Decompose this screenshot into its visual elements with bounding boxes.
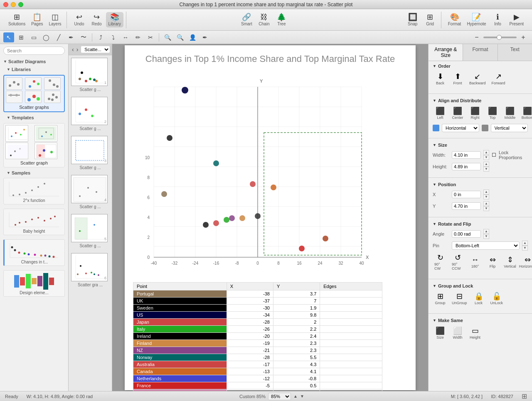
zoom-stepper-down[interactable]: ▼ [300, 394, 304, 399]
align-center-button[interactable]: ⬛ Center [450, 106, 465, 121]
forward-button[interactable]: ↗ Forward [490, 71, 507, 87]
thumbnail-item[interactable]: 3 Scatter g ... [69, 133, 112, 172]
search-tool[interactable]: 🔍 [162, 32, 173, 42]
chain-button[interactable]: ⛓ Chain [256, 12, 272, 27]
line-tool[interactable]: ╱ [53, 32, 64, 42]
zoom-select[interactable]: 85% 100% 150% [268, 393, 291, 400]
same-width-button[interactable]: ⬜ Width [450, 325, 465, 341]
rotate-90ccw-button[interactable]: ↺ 90° CCW [450, 252, 465, 272]
sidebar-item-changes-sample[interactable]: Changes in t... [0, 238, 68, 267]
backward-button[interactable]: ↙ Backward [468, 71, 488, 87]
lock-button[interactable]: 🔒 Lock [471, 291, 486, 307]
rotate-90cw-button[interactable]: ↻ 90° CW [433, 252, 448, 272]
group-button[interactable]: ⊞ Group [433, 291, 448, 307]
ungroup-button[interactable]: ⊟ UnGroup [450, 291, 469, 307]
x-input[interactable] [452, 191, 481, 198]
align-top-button[interactable]: ⬛ Top [485, 106, 500, 121]
order-header[interactable]: ▼ Order [433, 64, 528, 69]
lock-proportions-checkbox[interactable]: ☐ [492, 152, 496, 158]
maximize-button[interactable] [18, 2, 23, 7]
same-height-button[interactable]: ▭ Height [468, 325, 483, 341]
zoom-in-btn[interactable]: + [518, 32, 529, 42]
smart-button[interactable]: 🔗 Smart [238, 12, 255, 27]
scroll-icon[interactable]: ⊞ [522, 392, 527, 400]
thumbnail-item[interactable]: 5 Scatter g ... [69, 212, 112, 251]
undo-button[interactable]: ↩ Undo [71, 12, 88, 27]
flip-vertical-button[interactable]: ⇕ Vertical [502, 254, 517, 270]
pages-button[interactable]: 📋 Pages [29, 12, 45, 27]
format-button[interactable]: 🎨 Format [446, 12, 464, 27]
y-up[interactable]: ▲ [483, 201, 489, 206]
thumb-prev-btn[interactable]: ‹ [71, 46, 75, 53]
thumbnail-item[interactable]: 2 Scatter g ... [69, 94, 112, 133]
redo-button[interactable]: ↪ Redo [89, 12, 105, 27]
pen-tool[interactable]: ✒ [66, 32, 76, 42]
edit-tool[interactable]: ✏ [133, 32, 143, 42]
width-up[interactable]: ▲ [483, 150, 489, 155]
front-button[interactable]: ⬆ Front [450, 71, 465, 87]
hypernote-button[interactable]: 📝 Hypernote [464, 12, 488, 27]
angle-up[interactable]: ▲ [483, 229, 489, 234]
ellipse-tool[interactable]: ◯ [41, 32, 52, 42]
x-up[interactable]: ▲ [483, 189, 489, 194]
eyedrop-tool[interactable]: ✒ [200, 32, 210, 42]
tab-format[interactable]: Format [463, 44, 498, 61]
size-header[interactable]: ▼ Size [433, 143, 528, 148]
width-down[interactable]: ▼ [483, 155, 489, 160]
person-tool[interactable]: 👤 [187, 32, 198, 42]
y-stepper[interactable]: ▲ ▼ [483, 201, 489, 211]
sidebar-item-baby-height[interactable]: Baby height [0, 207, 68, 236]
tab-text[interactable]: Text [498, 44, 532, 61]
make-same-header[interactable]: ▼ Make Same [433, 318, 528, 323]
align-middle-button[interactable]: ⬛ Middle [502, 106, 517, 121]
x-down[interactable]: ▼ [483, 194, 489, 199]
align-bottom-button[interactable]: ⬛ Bottom [520, 106, 532, 121]
flip-button[interactable]: ⇔ Flip [485, 254, 500, 270]
zoom-stepper-up[interactable]: ▲ [293, 394, 298, 399]
thumb-next-btn[interactable]: › [76, 46, 79, 53]
zoom-in-tool[interactable]: 🔍 [175, 32, 185, 42]
angle-stepper[interactable]: ▲ ▼ [483, 229, 489, 239]
scissors-tool[interactable]: ✂ [145, 32, 156, 42]
canvas-area[interactable]: Changes in Top 1% Income Share and Top M… [112, 44, 428, 391]
sidebar-item-scatter-graphs[interactable]: Scatter graphs [0, 73, 68, 114]
pin-up[interactable]: ▲ [522, 241, 528, 246]
height-down[interactable]: ▼ [483, 167, 489, 172]
height-stepper[interactable]: ▲ ▼ [483, 162, 489, 172]
width-input[interactable] [452, 151, 481, 159]
sidebar-item-2x-function[interactable]: 2^x function [0, 177, 68, 206]
solutions-button[interactable]: ⊞ Solutions [6, 12, 28, 27]
search-input[interactable] [3, 47, 65, 55]
thumbnail-item[interactable]: 1 Scatter g ... [69, 55, 112, 94]
pin-dropdown[interactable]: Bottom-Left [452, 241, 520, 250]
select-tool[interactable]: ↖ [3, 32, 14, 42]
height-up[interactable]: ▲ [483, 162, 489, 167]
position-header[interactable]: ▼ Position [433, 182, 528, 187]
tree-button[interactable]: 🌲 Tree [273, 12, 290, 27]
height-input[interactable] [452, 163, 481, 170]
connect2-tool[interactable]: ⤵ [108, 32, 118, 42]
grid-button[interactable]: ⊞ Grid [422, 12, 438, 27]
x-stepper[interactable]: ▲ ▼ [483, 189, 489, 199]
sidebar-subsection-templates[interactable]: ▼ Templates [0, 114, 68, 121]
thumbnail-item[interactable]: 4 Scatter g ... [69, 172, 112, 212]
horizontal-dropdown[interactable]: Horizontal [442, 124, 479, 132]
flip-horizontal-button[interactable]: ⇔ Horizontal [520, 254, 532, 270]
zoom-slider[interactable] [483, 37, 517, 38]
pin-down[interactable]: ▼ [522, 246, 528, 251]
pin-stepper[interactable]: ▲ ▼ [522, 241, 528, 251]
minimize-button[interactable] [11, 2, 16, 7]
zoom-out-btn[interactable]: − [471, 32, 482, 42]
angle-down[interactable]: ▼ [483, 234, 489, 239]
group-header[interactable]: ▼ Group and Lock [433, 283, 528, 288]
sidebar-item-design-sample[interactable]: Design eleme... [0, 269, 68, 298]
align-header[interactable]: ▼ Align and Distribute [433, 98, 528, 103]
rotate-180-button[interactable]: ↔ 180° [468, 254, 483, 270]
layers-button[interactable]: ◫ Layers [47, 12, 64, 27]
back-button[interactable]: ⬇ Back [433, 71, 448, 87]
sidebar-section-scatter[interactable]: ▼ Scatter Diagrams [0, 57, 68, 66]
unlock-button[interactable]: 🔓 UnLock [489, 291, 505, 307]
thumb-page-select[interactable]: Scatte... [81, 46, 110, 53]
connect-tool[interactable]: ⤴ [95, 32, 106, 42]
sidebar-subsection-libraries[interactable]: ▼ Libraries [0, 66, 68, 73]
